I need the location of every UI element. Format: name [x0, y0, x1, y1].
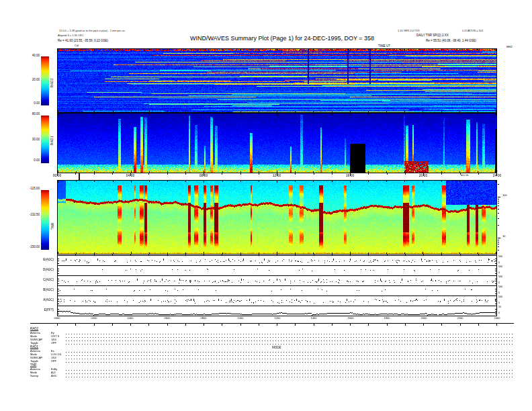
strip-panel-e-agc: [57, 255, 497, 266]
btick-5: 1000: [234, 317, 247, 320]
daily-tnr-note: DAILY TNR SP(Q) 2.XX: [416, 34, 449, 38]
strip-panel-e-fft: [57, 306, 497, 316]
tnr-cbar-mid: -132.50: [19, 214, 40, 217]
btick-6: 1200: [271, 317, 284, 320]
strip-label-d-agc: D(AGC): [28, 269, 54, 272]
btick-8: 1600: [344, 317, 357, 320]
rad2-toggle-key: Toggle: [30, 342, 38, 345]
leader: [66, 377, 515, 377]
xtick-0800: 08:00: [194, 174, 213, 177]
rad2-cbar-min: 0.00: [21, 102, 40, 105]
strip-e-fft: [58, 306, 496, 316]
proc-note-line1: 11 0.0 + 1.38 good av to the pq k-o p(av…: [59, 30, 125, 32]
tnr-cbar-min: -150.00: [19, 246, 40, 249]
leader: [66, 373, 515, 374]
strip0-rbot: 0: [498, 262, 500, 265]
leader: [66, 334, 515, 334]
btick-1: 0200: [87, 317, 101, 320]
strip5-rtop: 50: [498, 306, 501, 309]
strip5-rbot: 0: [498, 312, 500, 315]
time-axis-title: TIME UT: [378, 45, 390, 48]
xtick-2000: 20:00: [414, 174, 433, 177]
strip2-rtop: 500: [498, 276, 502, 279]
tnr-colorbar: [41, 190, 49, 250]
btick-11: 2200: [453, 317, 467, 320]
tnr-axis-label: TNR: [51, 222, 54, 230]
summary-plot-page: 11 0.0 + 1.38 good av to the pq k-o p(av…: [0, 0, 532, 411]
strip-panel-b-agc: [57, 285, 497, 296]
strip-c-agc: [58, 276, 496, 285]
strip-label-b-agc: B(AGC): [28, 289, 54, 292]
strip-d-agc: [58, 266, 496, 275]
cal-label: Cal: [75, 44, 79, 47]
strip4-rtop: 500: [498, 296, 502, 299]
rad2-cbar-max: 40.00: [21, 54, 40, 58]
strip3-rbot: 0: [498, 292, 500, 295]
rad1-toggle-val: OFF: [51, 360, 56, 363]
strip1-rtop: 500: [498, 266, 502, 269]
tnr-spectrogram-panel: [57, 180, 497, 255]
rad2-right-unit: MHZ: [506, 46, 513, 48]
spacecraft-position-right: Re = 55.51 (40.08, -38.40, 1.44 GSE): [426, 40, 476, 43]
rad1-right-freq-label: 20: [494, 170, 497, 173]
strip-e-agc: [58, 256, 496, 265]
btick-7: 1400: [307, 317, 320, 320]
rad2-spectrogram: [58, 49, 496, 112]
rad2-toggle-val: OFF: [51, 342, 56, 345]
page-title: WIND/WAVES Summary Plot (Page 1) for 24-…: [107, 36, 457, 42]
strip1-rbot: 0: [498, 272, 500, 275]
strip-label-e-fft: E(FFT): [28, 309, 54, 312]
tnr-spectrogram: [58, 181, 496, 254]
btick-2: 0400: [124, 317, 137, 320]
leader: [66, 362, 515, 363]
leader: [66, 337, 515, 338]
strip-b-agc: [58, 286, 496, 295]
btick-10: 2000: [417, 317, 431, 320]
strip-label-e-agc: E(AGC): [28, 259, 54, 262]
location-note: LOCATION = 501: [462, 30, 483, 32]
tnr-right-tick-100: 100: [502, 194, 507, 197]
tnr-sweep-key: Sweep: [30, 375, 38, 377]
footer-ruler: [30, 323, 514, 326]
strip3-rtop: 500: [498, 286, 502, 289]
rad1-axis-label: RAD1: [50, 136, 54, 145]
btick-9: 1800: [380, 317, 394, 320]
btick-4: 0800: [197, 317, 210, 320]
strip-panel-c-agc: [57, 275, 497, 286]
rad2-colorbar: [41, 56, 49, 105]
strip-panel-d-agc: [57, 265, 497, 276]
footer-section-tnr: TNR: [30, 364, 36, 367]
strip-panel-a-agc: [57, 295, 497, 306]
rad1-colorbar: [41, 116, 49, 163]
proc-note-line2: Aligned 3 = 1.30 CKC: [58, 34, 84, 37]
xtick-1600: 16:00: [341, 174, 359, 177]
leader: [66, 340, 515, 341]
strip-a-agc: [58, 296, 496, 306]
tnr-cbar-max: -115.00: [19, 187, 40, 191]
rad2-axis-label: RAD2: [50, 78, 54, 87]
strip0-rtop: 500: [498, 256, 502, 259]
rad1-spectrogram: [58, 113, 496, 173]
dev-dc-label: dev dc: [461, 174, 469, 177]
rad1-cbar-max: 80.00: [21, 113, 40, 116]
spacecraft-position-left: Re = 41.93 (23.55, -35.59, 0.22 GSE): [58, 40, 108, 43]
rad1-cbar-mid: 30.00: [21, 138, 40, 142]
strip4-rbot: 0: [498, 302, 500, 305]
strip2-rbot: 0: [498, 282, 500, 285]
footer-section-rad1: RAD1: [30, 346, 38, 349]
leader: [66, 344, 515, 345]
rad2-spectrogram-panel: [57, 48, 497, 113]
tnr-right-tick-10: 10: [502, 235, 505, 238]
btick-3: 0600: [161, 317, 174, 320]
xtick-2400: 24:00: [488, 174, 506, 177]
strip-label-a-agc: A(AGC): [28, 299, 54, 302]
btick-12: 2400: [490, 317, 504, 320]
xtick-0000: 00:00: [48, 174, 66, 177]
rad1-cbar-min: 0.00: [21, 159, 40, 163]
xtick-1200: 12:00: [267, 174, 286, 177]
rad1-toggle-key: Toggle: [30, 360, 38, 363]
btick-0: 0000: [50, 317, 64, 320]
xtick-0400: 04:00: [121, 174, 140, 177]
leader: [66, 355, 515, 356]
version-note: 1.10 VER 2.0 TXX: [398, 30, 420, 32]
